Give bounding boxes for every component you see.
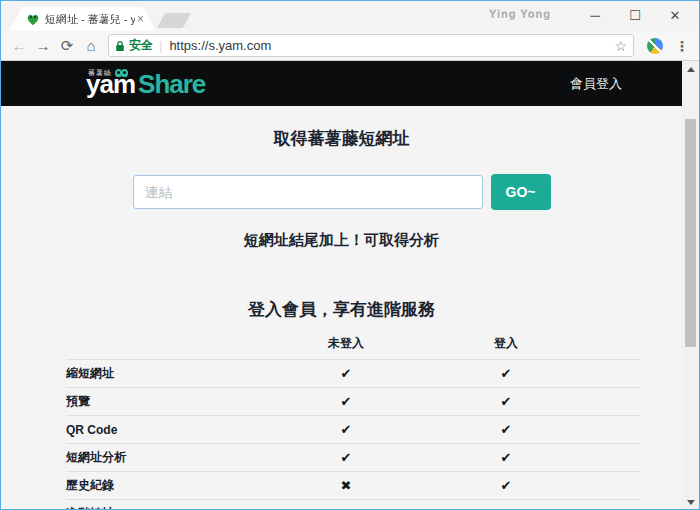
member-check-icon: ✔: [426, 394, 586, 409]
address-bar[interactable]: 安全 | https://s.yam.com ☆: [108, 34, 634, 57]
member-check-icon: ✔: [426, 478, 586, 493]
tab-close-icon[interactable]: ×: [137, 13, 144, 25]
yam-mascot-icon: [115, 69, 128, 77]
secure-lock-icon: [115, 40, 125, 52]
table-row: 進階轉址 ✖ ✔: [66, 499, 641, 510]
tab-title: 短網址 - 蕃薯兒 - yamSh: [45, 12, 135, 27]
guest-check-icon: ✔: [266, 450, 426, 465]
url-text[interactable]: https://s.yam.com: [169, 38, 610, 53]
new-tab-button[interactable]: [157, 13, 191, 28]
reload-icon[interactable]: ⟳: [56, 37, 78, 55]
feature-label: 進階轉址: [66, 505, 266, 510]
column-member: 登入: [426, 335, 586, 352]
column-guest: 未登入: [266, 335, 426, 352]
main-content: 取得蕃薯藤短網址 GO~ 短網址結尾加上！可取得分析 登入會員，享有進階服務 未…: [1, 106, 682, 510]
member-check-icon: ✔: [426, 366, 586, 381]
scroll-down-icon[interactable]: [682, 494, 699, 510]
table-row: 歷史紀錄 ✖ ✔: [66, 471, 641, 499]
member-check-icon: ✔: [426, 450, 586, 465]
omnibox-separator: |: [159, 38, 162, 53]
browser-titlebar: 短網址 - 蕃薯兒 - yamSh × Ying Yong ─ ☐ ✕: [1, 1, 699, 31]
bookmark-star-icon[interactable]: ☆: [614, 38, 627, 54]
window-controls: ─ ☐ ✕: [575, 1, 695, 29]
page-viewport: 蕃薯絲 yam Share 會員登入 取得蕃薯藤短網址 GO~ 短網址結尾加上！…: [1, 61, 699, 510]
guest-cross-icon: ✖: [266, 478, 426, 493]
scroll-up-icon[interactable]: [682, 61, 699, 77]
site-header: 蕃薯絲 yam Share 會員登入: [1, 61, 682, 106]
browser-menu-icon[interactable]: ⋮: [675, 38, 689, 54]
browser-tab[interactable]: 短網址 - 蕃薯兒 - yamSh ×: [9, 7, 156, 31]
member-check-icon: ✔: [426, 506, 586, 510]
feature-label: QR Code: [66, 423, 266, 437]
member-login-link[interactable]: 會員登入: [570, 75, 622, 93]
table-row: 預覽 ✔ ✔: [66, 387, 641, 415]
guest-check-icon: ✔: [266, 394, 426, 409]
page-title: 取得蕃薯藤短網址: [1, 127, 682, 150]
home-icon[interactable]: ⌂: [80, 37, 102, 54]
minimize-button[interactable]: ─: [575, 1, 615, 29]
feature-label: 預覽: [66, 393, 266, 410]
page-body: 蕃薯絲 yam Share 會員登入 取得蕃薯藤短網址 GO~ 短網址結尾加上！…: [1, 61, 682, 510]
feature-label: 歷史紀錄: [66, 477, 266, 494]
feature-label: 短網址分析: [66, 449, 266, 466]
guest-check-icon: ✔: [266, 422, 426, 437]
scrollbar-thumb[interactable]: [685, 119, 696, 347]
browser-window: 短網址 - 蕃薯兒 - yamSh × Ying Yong ─ ☐ ✕ ← → …: [0, 0, 700, 510]
secure-label[interactable]: 安全: [129, 37, 153, 54]
link-input[interactable]: [133, 175, 483, 209]
shorten-form: GO~: [1, 174, 682, 210]
table-row: QR Code ✔ ✔: [66, 415, 641, 443]
guest-check-icon: ✔: [266, 366, 426, 381]
table-row: 縮短網址 ✔ ✔: [66, 359, 641, 387]
guest-cross-icon: ✖: [266, 506, 426, 510]
logo-share-text: Share: [138, 71, 205, 97]
browser-toolbar: ← → ⟳ ⌂ 安全 | https://s.yam.com ☆ ⋮: [1, 31, 699, 61]
yamshare-logo[interactable]: 蕃薯絲 yam Share: [86, 71, 205, 97]
feature-comparison-table: 未登入 登入 縮短網址 ✔ ✔ 預覽 ✔ ✔ QR Code: [66, 335, 641, 510]
logo-superscript: 蕃薯絲: [88, 68, 128, 78]
table-row: 短網址分析 ✔ ✔: [66, 443, 641, 471]
yam-favicon-icon: [26, 13, 40, 26]
forward-icon[interactable]: →: [32, 37, 54, 54]
go-button[interactable]: GO~: [491, 174, 551, 210]
analytics-hint: 短網址結尾加上！可取得分析: [1, 231, 682, 250]
close-button[interactable]: ✕: [655, 1, 695, 29]
extension-icon[interactable]: [647, 38, 663, 54]
member-check-icon: ✔: [426, 422, 586, 437]
chrome-profile-name[interactable]: Ying Yong: [489, 8, 551, 20]
page-scrollbar[interactable]: [682, 61, 699, 510]
feature-label: 縮短網址: [66, 365, 266, 382]
back-icon[interactable]: ←: [8, 37, 30, 54]
maximize-button[interactable]: ☐: [615, 1, 655, 29]
table-header-row: 未登入 登入: [66, 335, 641, 352]
member-benefits-title: 登入會員，享有進階服務: [1, 298, 682, 321]
